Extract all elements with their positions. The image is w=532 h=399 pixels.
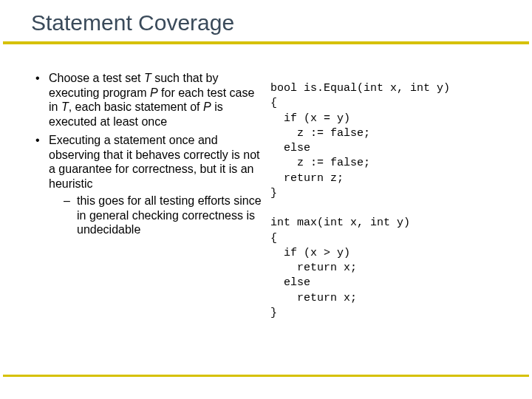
italic-var: P [203, 100, 211, 113]
text-fragment: , each basic statement of [69, 100, 203, 113]
sub-bullet-list: this goes for all testing efforts since … [49, 194, 265, 237]
italic-var: T [144, 72, 151, 84]
sub-bullet-text: this goes for all testing efforts since … [77, 194, 262, 236]
footer-rule [3, 375, 529, 377]
code-block: bool is.Equal(int x, int y) { if (x = y)… [265, 71, 519, 321]
italic-var: P [150, 86, 158, 99]
content-area: Choose a test set T such that by executi… [0, 44, 532, 321]
bullet-list: Choose a test set T such that by executi… [13, 71, 265, 237]
sub-bullet-item: this goes for all testing efforts since … [64, 194, 265, 237]
slide: Statement Coverage Choose a test set T s… [0, 0, 532, 399]
text-fragment: Choose a test set [49, 72, 144, 84]
left-column: Choose a test set T such that by executi… [13, 71, 265, 321]
bullet-item-1: Choose a test set T such that by executi… [35, 71, 265, 129]
bullet-text: Executing a statement once and observing… [49, 134, 259, 190]
slide-title: Statement Coverage [0, 0, 532, 41]
italic-var: T [61, 100, 69, 113]
bullet-item-2: Executing a statement once and observing… [35, 133, 265, 237]
